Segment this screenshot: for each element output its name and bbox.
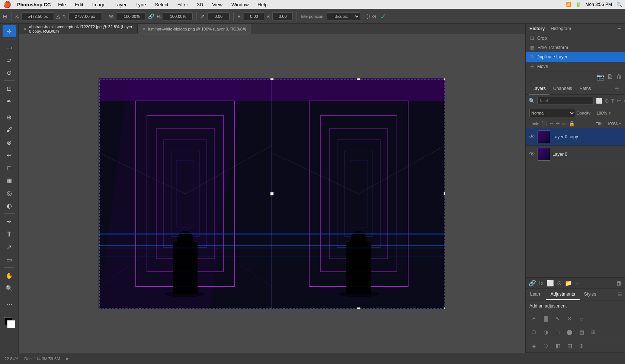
menu-help[interactable]: Help — [256, 2, 269, 7]
apple-menu[interactable]: 🍎 — [3, 0, 11, 9]
brush-tool[interactable]: 🖌 — [3, 124, 16, 136]
fill-arrow[interactable]: ▾ — [619, 121, 621, 126]
crop-tool[interactable]: ⊡ — [3, 83, 16, 94]
brightness-adj-btn[interactable]: ☀ — [529, 313, 539, 323]
tab-channels[interactable]: Channels — [549, 83, 576, 94]
tab-0[interactable]: ✕ abstract-backlit-conceptual-1722072.jp… — [19, 24, 138, 34]
gradient-map-adj-btn[interactable]: ▤ — [576, 327, 587, 337]
type-filter-icon[interactable]: T — [611, 98, 615, 104]
huesat-adj-btn[interactable]: ⬡ — [529, 327, 539, 337]
history-delete-icon[interactable]: 🗑 — [616, 74, 622, 81]
bw-adj-btn[interactable]: ◻ — [552, 327, 563, 337]
tab-paths[interactable]: Paths — [576, 83, 595, 94]
channel-mixer-adj-btn[interactable]: ⊕ — [576, 341, 587, 351]
lock-artboard-icon[interactable]: ▭ — [562, 121, 567, 126]
confirm-btn[interactable]: ✓ — [380, 12, 387, 21]
menu-window[interactable]: Window — [230, 2, 250, 7]
y-input[interactable] — [68, 12, 101, 20]
layer-group-icon[interactable]: 📁 — [565, 280, 572, 287]
quick-select-tool[interactable]: ⊙ — [3, 67, 16, 78]
adjustments-options-icon[interactable]: ☰ — [615, 292, 625, 297]
menu-file[interactable]: File — [57, 2, 67, 7]
photofilter-adj-btn[interactable]: ⬤ — [564, 327, 575, 337]
blur-tool[interactable]: ◎ — [3, 187, 16, 199]
interpolation-select[interactable]: Bicubic — [327, 12, 360, 20]
histogram-tab[interactable]: Histogram — [551, 26, 571, 31]
posterize-adj-btn[interactable]: ▨ — [564, 341, 575, 351]
tab-close-1[interactable]: ✕ — [142, 26, 146, 32]
levels-adj-btn[interactable]: ▓ — [541, 313, 551, 323]
status-arrow[interactable]: ▶ — [66, 356, 69, 361]
tab-learn[interactable]: Learn — [526, 289, 546, 300]
zoom-tool[interactable]: 🔍 — [3, 282, 16, 294]
history-item-transform[interactable]: ▦ Free Transform — [526, 43, 625, 52]
layer-visibility-1[interactable]: 👁 — [529, 151, 535, 158]
lock-transparent-icon[interactable]: ⬛ — [541, 121, 547, 126]
menu-type[interactable]: Type — [134, 2, 147, 7]
curves-adj-btn[interactable]: ∿ — [552, 313, 563, 323]
shape-tool[interactable]: ▭ — [3, 254, 16, 265]
healing-tool[interactable]: ⊕ — [3, 111, 16, 123]
hand-tool[interactable]: ✋ — [3, 270, 16, 281]
invert-adj-btn[interactable]: ▽ — [576, 313, 587, 323]
shape-filter-icon[interactable]: ▭ — [617, 98, 622, 104]
color-lookup-adj-btn[interactable]: ⊞ — [588, 327, 599, 337]
search-icon[interactable]: 🔍 — [616, 2, 622, 7]
lasso-tool[interactable]: ⊃ — [3, 54, 16, 66]
smartobj-filter-icon[interactable]: ⊕ — [624, 98, 625, 104]
history-panel-header[interactable]: History Histogram ☰ — [526, 24, 625, 33]
app-name[interactable]: Photoshop CC — [17, 2, 51, 7]
selcolor-adj-btn[interactable]: ⬡ — [541, 341, 551, 351]
exposure-adj-btn[interactable]: ⊙ — [564, 313, 575, 323]
history-item-crop[interactable]: ⊡ Crop — [526, 33, 625, 43]
color-picker[interactable] — [3, 316, 16, 329]
warp-cancel-icon[interactable]: ⊘ — [372, 13, 376, 19]
history-item-duplicate[interactable]: ⧉ Duplicate Layer — [526, 52, 625, 62]
history-brush-tool[interactable]: ↩ — [3, 149, 16, 161]
pen-tool[interactable]: ✒ — [3, 216, 16, 228]
lock-position-icon[interactable]: ✛ — [556, 121, 560, 126]
menu-edit[interactable]: Edit — [73, 2, 84, 7]
menu-layer[interactable]: Layer — [113, 2, 128, 7]
tab-adjustments[interactable]: Adjustments — [546, 289, 580, 300]
adjustment-filter-icon[interactable]: ⊙ — [605, 98, 609, 104]
layers-options-icon[interactable]: ☰ — [612, 86, 622, 91]
colorbal-adj-btn[interactable]: ◑ — [541, 327, 551, 337]
eraser-tool[interactable]: ◻ — [3, 162, 16, 174]
tab-1[interactable]: ✕ luminar-white-biglogo.png @ 100% (Laye… — [138, 24, 251, 34]
menu-view[interactable]: View — [211, 2, 224, 7]
dodge-tool[interactable]: ◐ — [3, 200, 16, 212]
link-layers-icon[interactable]: 🔗 — [529, 280, 536, 287]
lock-image-icon[interactable]: ✒ — [549, 121, 554, 126]
layer-mask-icon[interactable]: ⬜ — [547, 280, 554, 287]
canvas-viewport[interactable] — [19, 34, 525, 353]
eyedropper-tool[interactable]: ✒ — [3, 95, 16, 107]
w-input[interactable] — [116, 12, 146, 20]
stamp-tool[interactable]: ⊗ — [3, 136, 16, 148]
layer-visibility-0[interactable]: 👁 — [529, 133, 535, 140]
history-new-doc-icon[interactable]: 🖹 — [607, 74, 613, 81]
layer-effects-icon[interactable]: fx — [539, 280, 544, 287]
layer-new-icon[interactable]: + — [575, 280, 578, 287]
history-new-snapshot-icon[interactable]: 📷 — [597, 74, 604, 81]
tab-close-0[interactable]: ✕ — [23, 26, 27, 32]
layer-delete-icon[interactable]: 🗑 — [616, 280, 622, 287]
path-select-tool[interactable]: ↗ — [3, 241, 16, 253]
marquee-tool[interactable]: ▭ — [3, 41, 16, 53]
text-tool[interactable]: T — [3, 228, 16, 240]
x-input[interactable] — [21, 12, 54, 20]
opacity-arrow[interactable]: ▾ — [609, 111, 611, 116]
vibrance-adj-btn[interactable]: ◈ — [529, 341, 539, 351]
extras-tool[interactable]: ⋯ — [3, 298, 16, 310]
menu-image[interactable]: Image — [91, 2, 107, 7]
layer-adjustment-icon[interactable]: ⊙ — [557, 280, 562, 287]
pixel-filter-icon[interactable]: ⬜ — [596, 98, 602, 104]
link-icon[interactable]: 🔗 — [148, 13, 154, 19]
fill-input[interactable] — [603, 122, 618, 126]
h-input[interactable] — [163, 12, 193, 20]
layer-item-0[interactable]: 👁 Layer 0 copy — [526, 128, 625, 146]
lock-all-icon[interactable]: 🔒 — [569, 121, 575, 126]
layers-search-input[interactable] — [537, 97, 594, 105]
tab-layers[interactable]: Layers — [529, 83, 549, 94]
warp-icon[interactable]: ⬡ — [365, 13, 370, 19]
